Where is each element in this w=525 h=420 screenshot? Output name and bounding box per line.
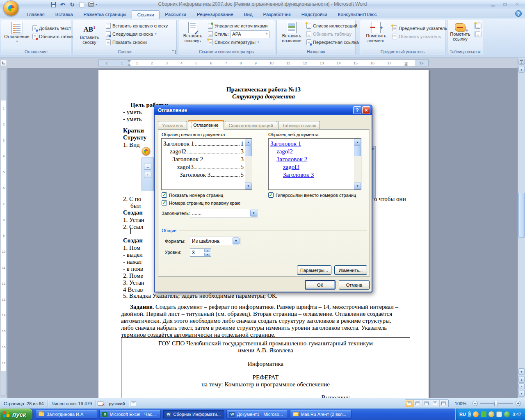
outline-view-button[interactable]	[431, 400, 440, 407]
right-align-numbers-checkbox[interactable]: ✓	[162, 200, 167, 205]
tab-review[interactable]: Рецензирование	[192, 10, 239, 18]
web-layout-view-button[interactable]	[422, 400, 431, 407]
ruler-toggle-button[interactable]	[518, 59, 525, 65]
tray-icon-key[interactable]	[488, 411, 494, 417]
insert-index-button[interactable]: Предметный указатель	[391, 24, 448, 32]
macro-record-icon[interactable]	[131, 401, 136, 406]
scroll-up-button[interactable]: ▲	[518, 66, 525, 73]
tab-consultantplus[interactable]: КонсультантПлюс	[333, 10, 382, 18]
page-indicator[interactable]: Страница: 28 из 64	[0, 401, 48, 406]
scroll-up-button[interactable]: ▲	[354, 139, 361, 146]
first-line-indent-marker[interactable]	[128, 60, 131, 62]
language-indicator[interactable]: русский	[105, 401, 128, 406]
formats-combobox[interactable]: Из шаблона ▼	[190, 237, 240, 245]
cancel-button[interactable]: Отмена	[339, 280, 370, 290]
task-mailru-agent[interactable]: Mail.Ru Агент (2 вкл...	[290, 410, 352, 419]
task-word-active[interactable]: WСборник Информати...	[163, 410, 224, 419]
print-preview-listbox[interactable]: Заголовок 11 zagol23 Заголовок 23 zagol3…	[161, 138, 252, 190]
formats-combo-arrow[interactable]: ▼	[233, 237, 240, 244]
vertical-scrollbar[interactable]: ▲ ▼ ▲ • ▼	[518, 57, 525, 398]
tray-icon-agent[interactable]	[473, 411, 479, 417]
print-layout-view-button[interactable]	[405, 400, 414, 407]
filler-combo-arrow[interactable]: ▼	[250, 210, 257, 217]
tab-developer[interactable]: Разработчик	[258, 10, 296, 18]
mark-entry-button[interactable]: + Пометить элемент	[363, 22, 390, 43]
hanging-indent-marker[interactable]	[128, 64, 131, 66]
start-button[interactable]: пуск	[0, 409, 32, 420]
tab-page-layout[interactable]: Разметка страницы	[78, 10, 132, 18]
office-button[interactable]	[3, 0, 19, 16]
dialog-tab-authorities[interactable]: Таблица ссылок	[278, 121, 320, 129]
proofing-status-icon[interactable]: ×	[98, 401, 103, 406]
ok-button[interactable]: ОК	[305, 280, 336, 290]
language-bar[interactable]: RU	[459, 412, 466, 417]
show-page-numbers-checkbox[interactable]: ✓	[162, 192, 167, 198]
hyperlinks-checkbox[interactable]: ✓	[268, 192, 274, 198]
options-button[interactable]: Параметры...	[297, 265, 331, 275]
tab-addins[interactable]: Надстройки	[296, 10, 333, 18]
select-browse-object-button[interactable]: •	[518, 383, 525, 389]
fullscreen-reading-view-button[interactable]	[414, 400, 422, 407]
spin-down-button[interactable]: ▼	[204, 253, 210, 256]
tab-selector[interactable]	[1, 60, 7, 66]
dialog-tab-figures[interactable]: Список иллюстраций	[225, 121, 277, 129]
task-word-document1[interactable]: WДокумент1 - Microso...	[226, 410, 288, 419]
dialog-close-button[interactable]: ×	[362, 106, 370, 114]
scrollbar-thumb[interactable]	[354, 146, 361, 156]
tab-references[interactable]: Ссылки	[132, 10, 160, 19]
right-indent-marker[interactable]	[404, 64, 408, 66]
mark-citation-button[interactable]: + Пометить ссылку	[448, 22, 472, 41]
zoom-level[interactable]: 100%	[451, 401, 470, 406]
next-footnote-button[interactable]: Следующая сноска▾	[105, 30, 169, 38]
scroll-down-button[interactable]: ▼	[245, 183, 252, 189]
next-page-button[interactable]: ▼	[518, 390, 525, 397]
scrollbar-thumb[interactable]	[518, 193, 525, 238]
tray-icon-app[interactable]	[496, 411, 502, 417]
zoom-slider[interactable]	[480, 403, 513, 404]
scrollbar-thumb[interactable]	[245, 146, 252, 156]
vertical-ruler[interactable]: 1234567891011121314151617	[1, 70, 7, 395]
task-excel[interactable]: XMicrosoft Excel - Час...	[99, 410, 161, 419]
tray-expand-button[interactable]: ‹	[468, 411, 471, 417]
filler-combobox[interactable]: ....... ▼	[190, 209, 258, 217]
minimize-button[interactable]	[488, 1, 497, 7]
dialog-tab-index[interactable]: Указатель	[158, 121, 187, 129]
show-notes-button[interactable]: Показать сноски	[105, 38, 169, 46]
zoom-slider-thumb[interactable]	[494, 401, 498, 406]
insert-footnote-button[interactable]: AB1 Вставить сноску	[76, 22, 103, 45]
insert-toa-button[interactable]	[474, 23, 482, 29]
tab-mailings[interactable]: Рассылки	[160, 10, 192, 18]
toc-button[interactable]: Оглавление ▾	[3, 22, 31, 44]
word-count[interactable]: Число слов: 19 479	[48, 401, 96, 406]
table-of-figures-button[interactable]: Список иллюстраций	[306, 22, 360, 30]
web-preview-listbox[interactable]: Заголовок 1 zagol2 Заголовок 2 zagol3 За…	[268, 138, 361, 190]
style-combo-arrow[interactable]: ▾	[265, 32, 268, 36]
restore-button[interactable]	[500, 1, 509, 7]
previous-page-button[interactable]: ▲	[518, 376, 525, 383]
listbox-scrollbar[interactable]: ▲ ▼	[354, 139, 361, 189]
zoom-out-button[interactable]: −	[472, 401, 478, 406]
tray-icon-antivirus[interactable]	[504, 411, 510, 417]
cross-reference-button[interactable]: Перекрестная ссылка	[306, 38, 360, 46]
scroll-up-button[interactable]: ▲	[245, 139, 252, 146]
insert-caption-button[interactable]: Вставить название	[278, 22, 305, 43]
zoom-in-button[interactable]: +	[516, 401, 521, 406]
close-button[interactable]: ×	[513, 1, 522, 7]
tab-home[interactable]: Главная	[21, 10, 50, 18]
levels-spinner[interactable]: 3 ▲ ▼	[190, 248, 211, 257]
dialog-help-button[interactable]: ?	[353, 106, 361, 114]
add-text-button[interactable]: Добавить текст▾	[32, 24, 78, 32]
manage-sources-button[interactable]: Управление источниками	[207, 22, 270, 30]
style-combobox[interactable]: APA▾	[230, 30, 269, 38]
insert-citation-button[interactable]: ✓ Вставить ссылку▾	[180, 22, 205, 44]
tab-insert[interactable]: Вставка	[50, 10, 78, 18]
listbox-scrollbar[interactable]: ▲ ▼	[245, 139, 252, 189]
insert-endnote-button[interactable]: Вставить концевую сноску	[105, 22, 169, 30]
horizontal-ruler[interactable]: 21 123456789101112131415161718 19	[98, 59, 429, 66]
modify-button[interactable]: Изменить...	[334, 265, 367, 275]
dialog-title-bar[interactable]: Оглавление ? ×	[154, 105, 372, 115]
task-folder[interactable]: Залютдинова И.А	[36, 410, 97, 419]
bibliography-button[interactable]: Список литературы▾	[207, 38, 270, 46]
tab-view[interactable]: Вид	[239, 10, 258, 18]
scroll-down-button[interactable]: ▼	[354, 183, 361, 189]
